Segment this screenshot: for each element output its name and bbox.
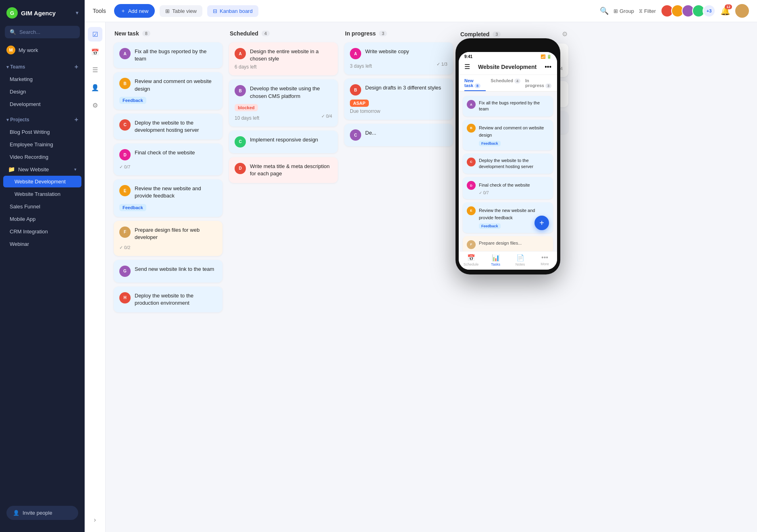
toolbar-right: 🔍 ⊞ Group ⧖ Filter +3 🔔 12 xyxy=(600,4,749,18)
kanban-board-button[interactable]: ⊟ Kanban board xyxy=(207,5,258,17)
sidebar-search[interactable]: 🔍 Search... xyxy=(5,26,80,38)
card-avatar: B xyxy=(235,85,246,96)
sidebar-item-video[interactable]: Video Recording xyxy=(3,151,81,163)
team-avatars[interactable]: +3 xyxy=(661,4,715,17)
column-title-in-progress: In progress xyxy=(345,30,376,37)
collapse-icon-btn[interactable]: › xyxy=(88,513,102,527)
card-prepare-design[interactable]: F Prepare design files for web developer… xyxy=(114,221,223,256)
phone-nav-tasks[interactable]: 📊 Tasks xyxy=(483,254,508,266)
my-work-item[interactable]: M My work xyxy=(0,42,85,58)
settings-icon-btn[interactable]: ⚙ xyxy=(88,98,102,112)
notification-button[interactable]: 🔔 12 xyxy=(720,6,730,16)
card-review-comment[interactable]: B Review and comment on website design F… xyxy=(114,72,223,109)
sidebar-item-blog[interactable]: Blog Post Writing xyxy=(3,126,81,138)
add-project-icon[interactable]: + xyxy=(75,116,78,123)
phone-card-title: Final check of the website xyxy=(479,183,530,187)
phone-nav-notes[interactable]: 📄 Notes xyxy=(508,254,532,266)
board-container: ☑ 📅 ☰ 👤 ⚙ › New task 8 A xyxy=(85,22,757,532)
phone-tabs: New task8 Scheduled4 In progress3 xyxy=(459,75,557,92)
sidebar-item-mobile[interactable]: Mobile App xyxy=(3,213,81,225)
kanban-label: Kanban board xyxy=(220,8,253,14)
card-fix-bugs[interactable]: A Fix all the bugs reported by the team xyxy=(114,42,223,68)
phone-card-title: Deploy the website to the development ho… xyxy=(479,158,549,170)
avatar-more[interactable]: +3 xyxy=(703,4,715,17)
phone-card-review-comment[interactable]: B Review and comment on website design F… xyxy=(463,120,553,150)
card-meta[interactable]: D Write meta title & meta description fo… xyxy=(229,157,338,183)
card-title: Final check of the website xyxy=(135,149,217,156)
group-button[interactable]: ⊞ Group xyxy=(614,8,634,14)
card-title: Fix all the bugs reported by the team xyxy=(135,48,217,62)
phone-card-avatar: B xyxy=(467,124,476,133)
sidebar-logo[interactable]: G GIM Agency ▾ xyxy=(0,0,85,26)
group-label: Group xyxy=(620,8,634,14)
card-deploy-dev[interactable]: C Deploy the website to the development … xyxy=(114,114,223,139)
card-avatar: A xyxy=(119,48,131,59)
card-header: C De... xyxy=(350,129,447,141)
person-icon-btn[interactable]: 👤 xyxy=(88,80,102,95)
search-button[interactable]: 🔍 xyxy=(600,6,609,15)
projects-label: ▾ Projects xyxy=(6,117,29,123)
phone-card-check: ✓ 0/7 xyxy=(479,191,549,195)
card-avatar: C xyxy=(235,136,246,148)
phone-card-avatar: A xyxy=(467,100,476,109)
card-partial[interactable]: C De... xyxy=(344,124,453,146)
sidebar-item-crm[interactable]: CRM Integration xyxy=(3,226,81,237)
phone-screen: 9:41 📶 🔋 ☰ Website Development ••• New t… xyxy=(459,52,557,270)
sidebar-item-new-website[interactable]: 📁 New Website ▾ xyxy=(2,164,83,175)
phone-tab-scheduled[interactable]: Scheduled4 xyxy=(491,75,520,91)
board-scroll: New task 8 A Fix all the bugs reported b… xyxy=(106,22,757,532)
card-header: F Prepare design files for web developer xyxy=(119,227,217,241)
column-header-in-progress: In progress 3 xyxy=(344,30,453,37)
phone-tab-new-task[interactable]: New task8 xyxy=(464,75,486,91)
sidebar-item-sales[interactable]: Sales Funnel xyxy=(3,201,81,212)
calendar-icon-btn[interactable]: 📅 xyxy=(88,45,102,59)
sidebar-item-employee[interactable]: Employee Training xyxy=(3,139,81,150)
sidebar-item-website-dev[interactable]: Website Development xyxy=(3,176,81,187)
search-icon: 🔍 xyxy=(10,29,16,35)
card-send-link[interactable]: G Send new website link to the team xyxy=(114,260,223,283)
phone-card-prepare[interactable]: F Prepare design files... xyxy=(463,236,553,251)
card-deploy-prod[interactable]: H Deploy the website to the production e… xyxy=(114,287,223,312)
phone-time: 9:41 xyxy=(464,54,472,59)
add-team-icon[interactable]: + xyxy=(75,63,78,71)
card-develop-cms[interactable]: B Develop the website using the chosen C… xyxy=(229,79,338,126)
phone-fab-button[interactable]: + xyxy=(534,216,549,230)
card-final-check[interactable]: D Final check of the website ✓ 0/7 xyxy=(114,143,223,175)
checklist-icon-btn[interactable]: ☑ xyxy=(88,27,102,42)
sidebar-item-website-trans[interactable]: Website Translation xyxy=(3,188,81,200)
search-placeholder: Search... xyxy=(19,29,40,35)
sidebar-item-marketing[interactable]: Marketing xyxy=(3,73,81,85)
card-responsive[interactable]: C Implement responsive design xyxy=(229,131,338,153)
board-inner: New task 8 A Fix all the bugs reported b… xyxy=(114,30,568,524)
invite-people-button[interactable]: 👤 Invite people xyxy=(6,506,78,520)
feedback-badge: Feedback xyxy=(119,204,146,211)
column-settings-icon[interactable]: ⚙ xyxy=(562,30,568,38)
due-date: Due tomorrow xyxy=(350,108,447,114)
table-view-button[interactable]: ⊞ Table view xyxy=(160,5,202,17)
phone-nav-more[interactable]: ••• More xyxy=(532,254,557,266)
card-title: Deploy the website to the production env… xyxy=(135,292,217,307)
card-review-feedback[interactable]: E Review the new website and provide fee… xyxy=(114,179,223,216)
card-header: C Implement responsive design xyxy=(235,136,332,148)
card-design-drafts[interactable]: B Design drafts in 3 different styles AS… xyxy=(344,79,453,120)
tools-label: Tools xyxy=(93,8,106,14)
card-write-copy[interactable]: A Write website copy 3 days left ✓ 1/3 xyxy=(344,42,453,75)
add-new-button[interactable]: ＋ Add new xyxy=(114,4,155,18)
phone-card-avatar: F xyxy=(467,240,476,249)
list-icon-btn[interactable]: ☰ xyxy=(88,62,102,77)
sidebar-item-design[interactable]: Design xyxy=(3,86,81,98)
plus-icon: ＋ xyxy=(121,7,126,15)
phone-card-title: Review the new website and provide feedb… xyxy=(479,208,535,220)
phone-signals: 📶 🔋 xyxy=(541,54,551,59)
user-avatar[interactable] xyxy=(735,4,749,18)
phone-card-fix-bugs[interactable]: A Fix all the bugs reported by the team xyxy=(463,96,553,116)
filter-button[interactable]: ⧖ Filter xyxy=(639,8,656,14)
phone-tab-in-progress[interactable]: In progress3 xyxy=(525,75,551,91)
phone-nav-schedule[interactable]: 📅 Schedule xyxy=(459,254,483,266)
sidebar-item-webinar[interactable]: Webinar xyxy=(3,238,81,250)
asap-badge: ASAP xyxy=(350,100,369,107)
card-design-style[interactable]: A Design the entire website in a chosen … xyxy=(229,42,338,75)
phone-card-final-check[interactable]: D Final check of the website ✓ 0/7 xyxy=(463,177,553,199)
phone-card-deploy-dev[interactable]: C Deploy the website to the development … xyxy=(463,154,553,174)
sidebar-item-development[interactable]: Development xyxy=(3,98,81,110)
